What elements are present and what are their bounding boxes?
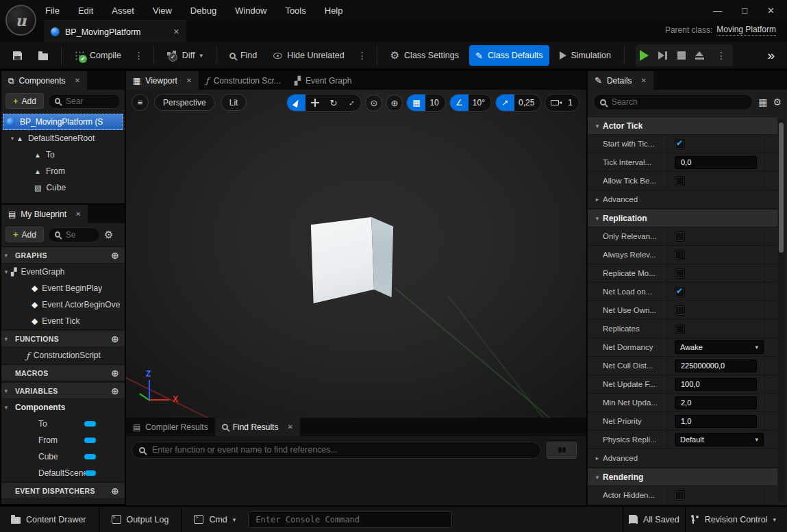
play-options-icon[interactable]: ⋮: [714, 50, 729, 61]
tree-row[interactable]: ▧ Cube: [1, 179, 125, 196]
expander-icon[interactable]: [592, 215, 603, 222]
simulation-button[interactable]: Simulation: [553, 45, 617, 66]
expander-icon[interactable]: [1, 335, 11, 342]
details-scrollbar[interactable]: [778, 119, 784, 503]
compile-button[interactable]: Compile: [68, 45, 127, 66]
tab-compiler-results[interactable]: ▤ Compiler Results: [126, 418, 215, 436]
close-icon[interactable]: ✕: [186, 77, 192, 84]
local-coordinate-button[interactable]: ⊕: [386, 94, 403, 112]
my-blueprint-row[interactable]: Cube ⊕: [1, 448, 125, 465]
toolbar-overflow-icon[interactable]: »: [767, 48, 780, 63]
details-row[interactable]: Net Use Own... ▾: [588, 301, 777, 320]
compile-options-icon[interactable]: ⋮: [132, 50, 147, 61]
close-icon[interactable]: ✕: [75, 210, 81, 218]
browse-button[interactable]: [32, 45, 54, 66]
frame-skip-icon[interactable]: [658, 51, 668, 60]
value-input[interactable]: 0,0: [675, 156, 757, 169]
components-search[interactable]: [48, 94, 121, 109]
scale-tool-button[interactable]: ↕: [342, 94, 361, 112]
details-row[interactable]: Advanced ▾: [588, 449, 777, 468]
value-input[interactable]: 100,0: [675, 378, 757, 391]
expander-icon[interactable]: [1, 388, 11, 394]
checkbox[interactable]: [675, 250, 685, 260]
my-blueprint-row[interactable]: From ⊕: [1, 432, 125, 448]
checkbox[interactable]: [675, 490, 685, 501]
all-saved-button[interactable]: All Saved: [623, 507, 685, 532]
rotate-tool-button[interactable]: ↻: [324, 94, 342, 112]
details-row[interactable]: Rendering ▾: [588, 468, 777, 486]
checkbox[interactable]: [675, 231, 685, 242]
details-row[interactable]: Net Dormancy Awake Awake▾: [588, 338, 777, 357]
details-row[interactable]: Min Net Upda... 2,0 2,0▾: [588, 394, 777, 412]
save-button[interactable]: [7, 45, 28, 66]
details-row[interactable]: Net Priority 1,0 1,0▾: [588, 412, 777, 431]
my-blueprint-row[interactable]: ConstructionScript ⊕: [1, 347, 125, 364]
viewport-3d[interactable]: Z X ≡ Perspective Lit ↻ ↕ ⊙ ⊕ ▦ 10 ∠ 10°: [126, 90, 586, 418]
add-circle-icon[interactable]: ⊕: [111, 250, 125, 261]
value-input[interactable]: 2,0: [675, 396, 757, 409]
output-log-button[interactable]: Output Log: [106, 507, 175, 532]
grid-snap-toggle[interactable]: ▦: [407, 94, 425, 112]
console-command-field[interactable]: [248, 511, 452, 528]
world-coordinate-button[interactable]: ⊙: [365, 94, 382, 112]
checkbox[interactable]: [675, 139, 685, 149]
tree-row-root[interactable]: BP_MovingPlatform (S: [3, 114, 123, 130]
menu-item[interactable]: Asset: [112, 5, 134, 16]
viewport-menu-icon[interactable]: ≡: [132, 94, 149, 111]
details-row[interactable]: Replication ▾: [588, 209, 777, 227]
select-tool-button[interactable]: [287, 94, 305, 112]
play-icon[interactable]: [640, 50, 649, 61]
details-search[interactable]: [593, 94, 753, 110]
my-blueprint-row[interactable]: Event Tick ⊕: [1, 313, 125, 329]
move-tool-button[interactable]: [305, 94, 324, 112]
add-circle-icon[interactable]: ⊕: [111, 385, 125, 396]
checkbox[interactable]: [675, 268, 685, 279]
console-command-input[interactable]: [254, 514, 446, 525]
my-blueprint-row[interactable]: Components ⊕: [1, 399, 125, 416]
tab-construction-script[interactable]: ƒ Construction Scr...: [199, 71, 288, 90]
value-input[interactable]: 225000000,0: [675, 359, 757, 372]
my-blueprint-search-input[interactable]: [64, 229, 93, 240]
dropdown[interactable]: Awake▾: [675, 340, 764, 354]
menu-item[interactable]: Help: [325, 5, 343, 16]
details-row[interactable]: Tick Interval... 0,0 0,0▾: [588, 153, 777, 172]
details-row[interactable]: Only Relevan... ▾: [588, 227, 777, 246]
expander-icon[interactable]: [592, 123, 603, 129]
camera-speed-value[interactable]: 1: [564, 98, 579, 107]
components-tab[interactable]: ⧉ Components ✕: [1, 71, 87, 90]
tree-row[interactable]: ▾ ▲ DefaultSceneRoot: [1, 130, 125, 147]
my-blueprint-row[interactable]: MACROS ⊕: [1, 364, 125, 381]
add-component-button[interactable]: + Add: [5, 93, 44, 109]
expander-icon[interactable]: [592, 455, 603, 461]
close-icon[interactable]: ✕: [767, 5, 775, 16]
dropdown[interactable]: Default▾: [675, 433, 764, 446]
menu-item[interactable]: File: [45, 5, 60, 16]
display-filter-icon[interactable]: ▦: [758, 97, 767, 107]
diff-button[interactable]: Diff ▾: [161, 45, 209, 66]
cmd-dropdown[interactable]: Cmd ▾: [188, 507, 241, 532]
details-row[interactable]: Net Cull Dist... 225000000,0 225000000,0…: [588, 357, 777, 375]
details-row[interactable]: Allow Tick Be... ▾: [588, 172, 777, 190]
gear-icon[interactable]: ⚙: [104, 229, 113, 241]
details-row[interactable]: Physics Repli... Default Default▾: [588, 431, 777, 449]
details-row[interactable]: Replicate Mo... ▾: [588, 264, 777, 283]
camera-speed-button[interactable]: [545, 94, 564, 112]
my-blueprint-row[interactable]: EventGraph ⊕: [1, 264, 125, 280]
eject-icon[interactable]: [695, 51, 704, 60]
add-blueprint-item-button[interactable]: + Add: [5, 227, 44, 242]
find-in-blueprints-button[interactable]: [547, 442, 577, 459]
details-row[interactable]: Always Relev... ▾: [588, 246, 777, 264]
checkbox[interactable]: [675, 287, 685, 297]
menu-item[interactable]: Debug: [190, 5, 216, 16]
details-row[interactable]: Net Load on... ▾: [588, 283, 777, 301]
tab-find-results[interactable]: Find Results ✕: [215, 418, 300, 436]
expander-icon[interactable]: [592, 474, 603, 481]
rotation-snap-toggle[interactable]: ∠: [450, 94, 469, 112]
my-blueprint-tab[interactable]: ▤ My Blueprint ✕: [1, 205, 88, 223]
gear-icon[interactable]: ⚙: [773, 97, 782, 107]
scrollbar-thumb[interactable]: [779, 123, 784, 253]
details-tab[interactable]: ✎ Details ✕: [588, 71, 653, 90]
close-icon[interactable]: ✕: [75, 77, 80, 84]
expander-icon[interactable]: [1, 252, 11, 259]
maximize-icon[interactable]: □: [742, 5, 747, 16]
